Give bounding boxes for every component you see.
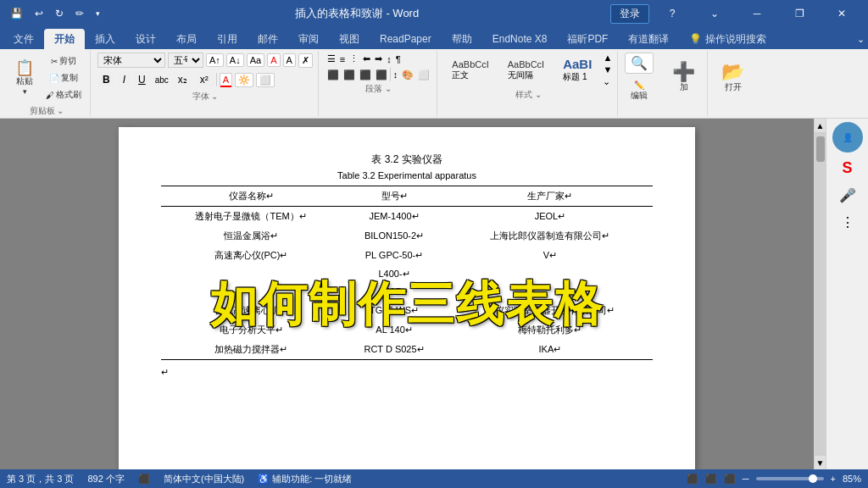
decrease-indent-icon[interactable]: ⬅: [361, 53, 372, 65]
justify-icon[interactable]: ⬛: [374, 69, 389, 81]
sidebar-icon-dots[interactable]: ⋮: [836, 210, 860, 234]
font-color-button[interactable]: A: [220, 73, 232, 87]
scroll-down-arrow[interactable]: ▼: [815, 456, 826, 469]
close-button[interactable]: ✕: [822, 0, 861, 27]
style-no-spacing[interactable]: AaBbCcI 无间隔: [500, 55, 552, 86]
list-multilevel-icon[interactable]: ⋮: [348, 53, 360, 65]
style-normal[interactable]: AaBbCcI 正文: [444, 55, 496, 86]
font-size-select[interactable]: 五号: [168, 53, 203, 68]
document-scroll-area[interactable]: 表 3.2 实验仪器 Table 3.2 Experimental appara…: [0, 119, 814, 469]
save-icon[interactable]: 💾: [7, 6, 26, 21]
edit-button[interactable]: ✏️ 编辑: [626, 79, 653, 103]
align-right-icon[interactable]: ⬛: [358, 69, 373, 81]
tab-foxitpdf[interactable]: 福昕PDF: [557, 29, 618, 49]
scroll-track[interactable]: [815, 132, 826, 456]
addin-button[interactable]: ➕ 加: [665, 53, 702, 103]
tab-mailings[interactable]: 邮件: [248, 29, 288, 49]
bold-button[interactable]: B: [97, 72, 115, 87]
zoom-plus-icon[interactable]: +: [831, 474, 836, 484]
align-center-icon[interactable]: ⬛: [342, 69, 357, 81]
ribbon-collapse-icon[interactable]: ⌄: [695, 0, 734, 27]
zoom-level[interactable]: 85%: [843, 474, 861, 484]
minimize-button[interactable]: ─: [737, 0, 776, 27]
sidebar-icon-s[interactable]: S: [836, 156, 860, 180]
styles-expand-icon[interactable]: ⌄: [535, 90, 542, 99]
sidebar-icon-mic[interactable]: 🎤: [836, 183, 860, 207]
paragraph-label: 段落 ⌄: [365, 83, 392, 95]
style-up-icon[interactable]: ▲: [603, 53, 612, 63]
tab-endnote[interactable]: EndNote X8: [482, 29, 558, 49]
format-painter-button[interactable]: 🖌格式刷: [42, 87, 85, 103]
avatar-button[interactable]: 👤: [832, 122, 863, 152]
superscript-button[interactable]: x²: [195, 72, 214, 87]
copy-button[interactable]: 📄复制: [42, 70, 85, 86]
tab-design[interactable]: 设计: [125, 29, 166, 49]
increase-font-button[interactable]: A↑: [206, 53, 224, 67]
strikethrough-button[interactable]: abc: [153, 75, 170, 85]
italic-button[interactable]: I: [118, 72, 131, 87]
tab-home[interactable]: 开始: [44, 29, 85, 49]
open-button[interactable]: 📂 打开: [715, 53, 751, 103]
underline-button[interactable]: U: [133, 72, 151, 87]
style-more-icon[interactable]: ⌄: [603, 76, 612, 87]
help-icon[interactable]: ?: [653, 0, 692, 27]
decrease-font-button[interactable]: A↓: [226, 53, 244, 67]
clear-format-button[interactable]: ✗: [298, 53, 313, 68]
font-family-select[interactable]: 宋体: [97, 53, 165, 68]
list-number-icon[interactable]: ≡: [338, 53, 347, 65]
zoom-thumb[interactable]: [809, 474, 817, 483]
highlight-button[interactable]: A: [267, 53, 280, 67]
shading-para-icon[interactable]: 🎨: [400, 69, 415, 81]
subscript-button[interactable]: x₂: [173, 72, 192, 87]
sort-icon[interactable]: ↕: [385, 53, 393, 65]
login-button[interactable]: 登录: [610, 4, 649, 24]
tab-references[interactable]: 引用: [207, 29, 248, 49]
tab-insert[interactable]: 插入: [85, 29, 125, 49]
clipboard-expand-icon[interactable]: ⌄: [57, 106, 64, 115]
tab-search[interactable]: 💡操作说明搜索: [679, 29, 776, 49]
tab-layout[interactable]: 布局: [166, 29, 207, 49]
language[interactable]: 简体中文(中国大陆): [164, 473, 244, 485]
zoom-slider[interactable]: [756, 477, 824, 480]
align-left-icon[interactable]: ⬛: [326, 69, 341, 81]
tab-file[interactable]: 文件: [3, 29, 44, 49]
para-expand-icon[interactable]: ⌄: [385, 84, 392, 93]
tab-youdao[interactable]: 有道翻译: [618, 29, 679, 49]
undo-icon[interactable]: ↩: [31, 6, 47, 21]
font-expand-icon[interactable]: ⌄: [211, 92, 218, 101]
scroll-up-arrow[interactable]: ▲: [815, 119, 826, 132]
dropdown-icon[interactable]: ▾: [92, 8, 103, 19]
change-case-button[interactable]: Aa: [247, 53, 264, 67]
list-bullet-icon[interactable]: ☰: [326, 53, 337, 65]
para-row-1: ☰ ≡ ⋮ ⬅ ➡ ↕ ¶: [326, 53, 432, 65]
shading-button[interactable]: 🔆: [235, 73, 253, 87]
word-count: 892 个字: [87, 473, 124, 485]
increase-indent-icon[interactable]: ➡: [373, 53, 384, 65]
cut-button[interactable]: ✂剪切: [42, 53, 85, 69]
view-reading-icon[interactable]: ⬛: [705, 474, 717, 485]
borders-icon[interactable]: ⬜: [416, 69, 431, 81]
redo-icon[interactable]: ↻: [52, 6, 67, 21]
tab-view[interactable]: 视图: [329, 29, 370, 49]
tab-review[interactable]: 审阅: [288, 29, 329, 49]
restore-button[interactable]: ❐: [780, 0, 819, 27]
view-web-icon[interactable]: ⬛: [724, 474, 736, 485]
font-row-2: B I U abc x₂ x² A 🔆 ⬜: [97, 72, 313, 87]
customize-icon[interactable]: ✏: [72, 6, 87, 21]
ribbon-collapse-btn[interactable]: ⌄: [854, 27, 868, 49]
vertical-scrollbar[interactable]: ▲ ▼: [814, 119, 826, 469]
line-spacing-icon[interactable]: ↕: [392, 69, 400, 80]
zoom-minus-icon[interactable]: ─: [743, 474, 749, 484]
paste-button[interactable]: 📋 粘贴 ▾: [8, 53, 41, 103]
clipboard-content: 📋 粘贴 ▾ ✂剪切 📄复制 🖌格式刷: [8, 53, 85, 103]
style-down-icon[interactable]: ▼: [603, 64, 612, 75]
view-normal-icon[interactable]: ⬛: [687, 474, 698, 485]
show-marks-icon[interactable]: ¶: [394, 53, 403, 65]
style-heading1[interactable]: AaBI 标题 1: [555, 53, 599, 87]
tab-readpaper[interactable]: ReadPaper: [370, 29, 442, 49]
scroll-thumb[interactable]: [816, 136, 825, 162]
border-button[interactable]: ⬜: [256, 73, 275, 87]
search-box[interactable]: 🔍: [625, 53, 654, 74]
text-effects-button[interactable]: A: [283, 53, 296, 67]
tab-help[interactable]: 帮助: [442, 29, 482, 49]
